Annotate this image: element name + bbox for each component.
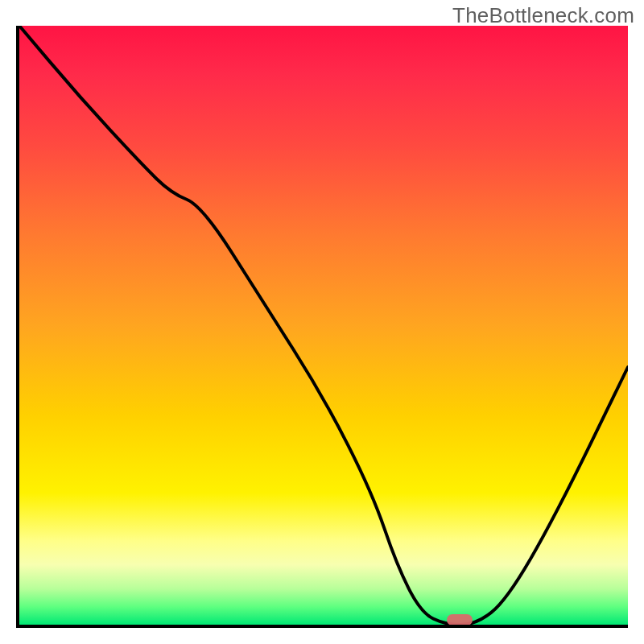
watermark-text: TheBottleneck.com <box>452 3 634 28</box>
optimal-marker <box>447 614 473 625</box>
chart-container: TheBottleneck.com <box>0 0 644 644</box>
bottleneck-curve <box>19 26 628 625</box>
plot-area <box>16 26 628 628</box>
